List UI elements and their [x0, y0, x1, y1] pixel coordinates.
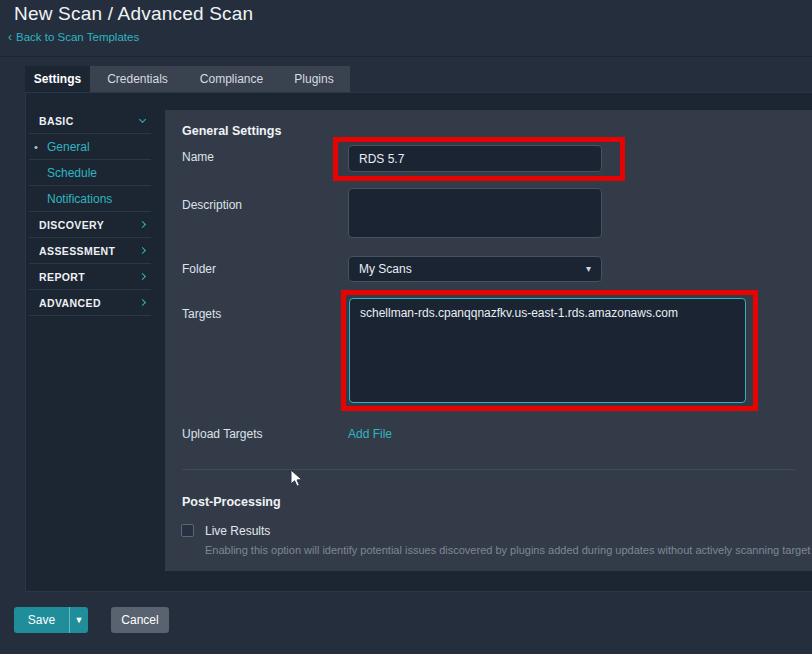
- post-processing-heading: Post-Processing: [182, 495, 281, 509]
- targets-textarea[interactable]: schellman-rds.cpanqqnazfkv.us-east-1.rds…: [349, 298, 746, 403]
- active-bullet-icon: •: [34, 134, 38, 160]
- sidebar-item-general[interactable]: • General: [29, 134, 151, 160]
- back-chevron-icon: ‹: [8, 30, 12, 44]
- header-divider: [0, 56, 812, 57]
- chevron-right-icon: [139, 273, 146, 280]
- chevron-right-icon: [139, 221, 146, 228]
- tab-settings[interactable]: Settings: [25, 66, 90, 92]
- chevron-right-icon: [139, 299, 146, 306]
- cancel-button[interactable]: Cancel: [111, 607, 169, 633]
- chevron-right-icon: [139, 247, 146, 254]
- tab-plugins[interactable]: Plugins: [278, 66, 350, 92]
- targets-label: Targets: [182, 307, 221, 321]
- description-textarea[interactable]: [348, 188, 602, 238]
- folder-select[interactable]: My Scans ▾: [348, 256, 602, 282]
- sidebar-item-label: Schedule: [47, 166, 97, 180]
- back-to-scan-templates-link[interactable]: ‹Back to Scan Templates: [8, 30, 139, 44]
- add-file-link[interactable]: Add File: [348, 427, 392, 441]
- back-link-label: Back to Scan Templates: [16, 31, 139, 43]
- name-label: Name: [182, 150, 214, 164]
- sidebar-item-label: General: [47, 140, 90, 154]
- sidebar-section-basic[interactable]: BASIC: [29, 108, 151, 134]
- live-results-help-text: Enabling this option will identify poten…: [205, 544, 811, 556]
- sidebar-item-schedule[interactable]: Schedule: [29, 160, 151, 186]
- sidebar-section-discovery[interactable]: DISCOVERY: [29, 212, 151, 238]
- save-split-button: Save ▼: [14, 607, 88, 633]
- sidebar-section-label: ASSESSMENT: [39, 245, 115, 257]
- page-title: New Scan / Advanced Scan: [14, 3, 253, 25]
- sidebar-section-label: BASIC: [39, 115, 74, 127]
- save-dropdown-button[interactable]: ▼: [70, 607, 88, 633]
- live-results-label: Live Results: [205, 524, 270, 538]
- sidebar-section-assessment[interactable]: ASSESSMENT: [29, 238, 151, 264]
- folder-label: Folder: [182, 262, 216, 276]
- new-scan-page: New Scan / Advanced Scan ‹Back to Scan T…: [0, 0, 812, 654]
- mouse-cursor-icon: [290, 469, 303, 488]
- dropdown-arrow-icon: ▾: [586, 257, 591, 281]
- sidebar-item-label: Notifications: [47, 192, 112, 206]
- sidebar-section-report[interactable]: REPORT: [29, 264, 151, 290]
- sidebar-item-notifications[interactable]: Notifications: [29, 186, 151, 212]
- folder-select-value: My Scans: [359, 262, 412, 276]
- tab-credentials[interactable]: Credentials: [90, 66, 185, 92]
- sidebar-section-label: REPORT: [39, 271, 85, 283]
- tab-compliance[interactable]: Compliance: [185, 66, 278, 92]
- general-settings-content: General Settings Name Description Folder…: [165, 110, 812, 571]
- save-button[interactable]: Save: [14, 607, 70, 633]
- live-results-checkbox[interactable]: [181, 524, 194, 537]
- sidebar-section-label: ADVANCED: [39, 297, 101, 309]
- name-input[interactable]: [348, 145, 602, 172]
- upload-targets-label: Upload Targets: [182, 427, 263, 441]
- settings-sidebar: BASIC • General Schedule Notifications D…: [26, 92, 165, 316]
- tab-bar: Settings Credentials Compliance Plugins: [25, 66, 350, 92]
- chevron-down-icon: [139, 116, 146, 123]
- sidebar-section-advanced[interactable]: ADVANCED: [29, 290, 151, 316]
- save-dropdown-arrow-icon: ▼: [75, 615, 84, 625]
- section-divider: [182, 469, 795, 470]
- sidebar-section-label: DISCOVERY: [39, 219, 104, 231]
- description-label: Description: [182, 198, 242, 212]
- general-settings-heading: General Settings: [182, 124, 281, 138]
